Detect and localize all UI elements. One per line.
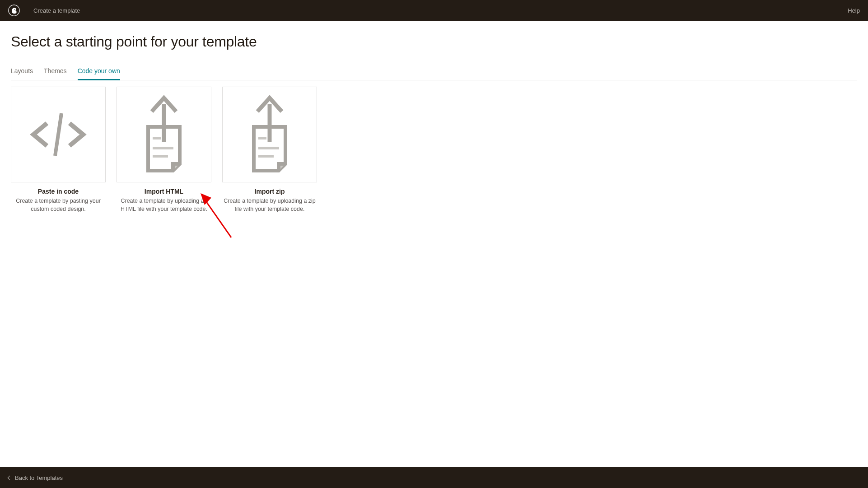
- card-desc: Create a template by pasting your custom…: [11, 197, 106, 213]
- back-label: Back to Templates: [15, 474, 63, 481]
- topbar-left: Create a template: [8, 5, 80, 16]
- svg-rect-8: [258, 147, 279, 149]
- card-title: Import zip: [222, 188, 317, 195]
- code-icon: [24, 101, 92, 168]
- tabs: Layouts Themes Code your own: [11, 63, 857, 80]
- topbar: Create a template Help: [0, 0, 868, 21]
- card-desc: Create a template by uploading a zip fil…: [222, 197, 317, 213]
- footer: Back to Templates: [0, 467, 868, 488]
- svg-rect-5: [153, 155, 168, 158]
- card-import-zip[interactable]: Import zip Create a template by uploadin…: [222, 87, 317, 213]
- chevron-left-icon: [8, 475, 12, 480]
- svg-line-2: [55, 113, 61, 156]
- help-link[interactable]: Help: [848, 7, 860, 14]
- mailchimp-logo-icon[interactable]: [8, 5, 20, 16]
- svg-rect-3: [153, 137, 161, 139]
- template-cards: Paste in code Create a template by pasti…: [11, 87, 857, 213]
- card-desc: Create a template by uploading an HTML f…: [117, 197, 211, 213]
- svg-rect-4: [153, 147, 173, 149]
- page-title: Select a starting point for your templat…: [11, 33, 857, 50]
- card-import-html[interactable]: Import HTML Create a template by uploadi…: [117, 87, 211, 213]
- tab-themes[interactable]: Themes: [44, 63, 67, 80]
- svg-point-1: [14, 9, 15, 10]
- card-thumb: [222, 87, 317, 182]
- card-title: Paste in code: [11, 188, 106, 195]
- upload-doc-icon: [130, 92, 198, 177]
- back-to-templates-link[interactable]: Back to Templates: [8, 474, 63, 481]
- tab-layouts[interactable]: Layouts: [11, 63, 33, 80]
- card-thumb: [117, 87, 211, 182]
- svg-rect-9: [258, 155, 274, 158]
- upload-doc-icon: [236, 92, 303, 177]
- card-title: Import HTML: [117, 188, 211, 195]
- card-paste-in-code[interactable]: Paste in code Create a template by pasti…: [11, 87, 106, 213]
- svg-rect-7: [258, 137, 266, 139]
- breadcrumb: Create a template: [33, 7, 80, 14]
- card-thumb: [11, 87, 106, 182]
- tab-code-your-own[interactable]: Code your own: [78, 63, 120, 80]
- main-content: Select a starting point for your templat…: [0, 21, 868, 213]
